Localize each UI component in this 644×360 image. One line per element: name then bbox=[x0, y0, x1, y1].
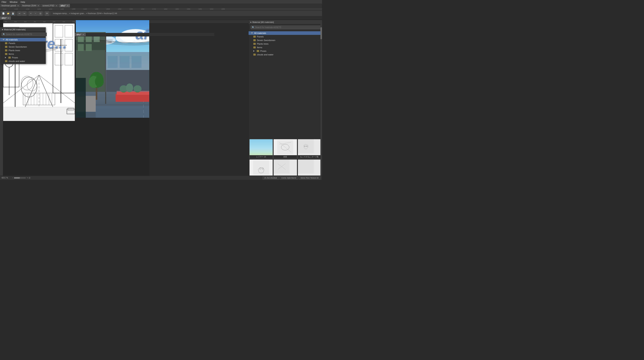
zoom-slider-thumb[interactable] bbox=[14, 177, 20, 178]
svg-rect-108 bbox=[298, 139, 314, 153]
mat-clouds-left[interactable]: clouds and water bbox=[0, 59, 46, 63]
tab-close-3[interactable]: ✕ bbox=[67, 5, 68, 7]
ruler-bar: 10101140119012401290 1340139014401490154… bbox=[0, 8, 322, 11]
main-toolbar: 📄 📁 💾 ↩ ↪ + − ⊡ ⟳ instagram-temp... » in… bbox=[0, 11, 322, 16]
tree-expand-poses bbox=[253, 50, 256, 52]
mat-poses[interactable]: Poses bbox=[248, 49, 322, 53]
strip-comic-barrel[interactable]: Comic Style Barrel bbox=[280, 176, 298, 179]
folder-icon-panels-left bbox=[5, 42, 7, 44]
tool-zoom-out[interactable]: − bbox=[34, 11, 38, 16]
search-input-main[interactable] bbox=[255, 26, 321, 29]
search-bar-left[interactable]: 🔍 bbox=[2, 33, 47, 36]
strip-dr-choi[interactable]: dr choi shocked bbox=[263, 176, 279, 179]
menu-help[interactable]: Help bbox=[21, 1, 25, 3]
tab-alley[interactable]: alley* ✕ bbox=[59, 4, 70, 7]
tab-close-0[interactable]: ✕ bbox=[17, 5, 19, 7]
material-panel-header-left: ◈ Material [All materials] bbox=[0, 28, 46, 32]
mat-plants-left[interactable]: Plants trees bbox=[0, 49, 46, 52]
thumb-img-neko1 bbox=[298, 139, 321, 155]
mat-items[interactable]: Items bbox=[248, 46, 322, 49]
canvas-tab-alley[interactable]: alley* ✕ bbox=[75, 33, 86, 36]
mat-items-left[interactable]: Items bbox=[0, 52, 46, 56]
folder-icon-panels bbox=[253, 36, 256, 38]
tab-freshman-grandi[interactable]: freshman grandi ✕ bbox=[0, 4, 21, 7]
tool-zoom-in[interactable]: + bbox=[29, 11, 33, 16]
thumb-label-neko1: ねこ3-10-ねこポーズ集 bbox=[298, 155, 321, 158]
mat-clouds[interactable]: clouds and water bbox=[248, 53, 322, 56]
tab-close-2[interactable]: ✕ bbox=[56, 5, 57, 7]
tab-close-1[interactable]: ✕ bbox=[38, 5, 39, 7]
tool-redo[interactable]: ↪ bbox=[22, 11, 26, 16]
svg-point-82 bbox=[95, 76, 104, 87]
panel-scrollbar[interactable] bbox=[320, 23, 322, 180]
folder-icon-poses bbox=[257, 50, 259, 52]
material-panel-header: ◈ Material [All materials] bbox=[248, 20, 322, 24]
tool-new[interactable]: 📄 bbox=[1, 11, 6, 16]
thumb-layer10[interactable]: レイヤー 10 bbox=[249, 139, 273, 159]
thumb-neko1[interactable]: ねこ3-10-ねこポーズ集 bbox=[298, 139, 321, 159]
tool-rotate[interactable]: ⟳ bbox=[45, 11, 49, 16]
zoom-level: 68.6 % bbox=[2, 177, 8, 179]
svg-rect-117 bbox=[298, 159, 314, 173]
thumb-blank-2 bbox=[274, 159, 297, 175]
tool-save[interactable]: 💾 bbox=[11, 11, 15, 16]
material-panel-left: ◈ Material [All materials] 🔍 All materia… bbox=[0, 27, 46, 64]
canvas-alley-tab-bar: alley* ✕ bbox=[75, 33, 214, 37]
svg-rect-40 bbox=[3, 107, 75, 121]
svg-rect-102 bbox=[76, 78, 86, 118]
folder-icon-seven-left bbox=[5, 46, 7, 48]
search-input-left[interactable] bbox=[6, 33, 45, 36]
menu-window[interactable]: Window bbox=[10, 1, 17, 3]
thumb-sketch-img bbox=[274, 139, 297, 155]
mat-plants[interactable]: Plants trees bbox=[248, 42, 322, 46]
tool-fit[interactable]: ⊡ bbox=[38, 11, 42, 16]
tree-expand-left bbox=[2, 39, 4, 40]
zoom-plus-btn[interactable]: + bbox=[27, 177, 28, 179]
mat-panels[interactable]: Panels bbox=[248, 35, 322, 39]
canvas-tab-close[interactable]: ✕ bbox=[82, 34, 84, 36]
tab-screen1[interactable]: screen1.PSD ✕ bbox=[41, 4, 59, 7]
material-tree-main: All materials Panels Seven Swordsmen Pla… bbox=[248, 31, 322, 138]
mat-poses-left[interactable]: Poses bbox=[0, 56, 46, 59]
mat-all-materials-left[interactable]: All materials bbox=[0, 38, 46, 42]
thumbnail-section: レイヤー 10 緑葉 bbox=[248, 138, 322, 180]
tab-bar: freshman grandi ✕ freshman 25/44 ✕ scree… bbox=[0, 4, 322, 8]
svg-rect-74 bbox=[116, 94, 149, 102]
tab-alley-secondary[interactable]: alley* ✕ bbox=[0, 16, 11, 20]
folder-icon-clouds-left bbox=[5, 60, 7, 62]
thumb-sky-img bbox=[250, 139, 273, 155]
search-bar-main[interactable]: 🔍 bbox=[250, 26, 322, 29]
thumb-img-ryokuyo bbox=[274, 139, 297, 155]
ruler-numbers: 10101140119012401290 1340139014401490154… bbox=[3, 8, 225, 10]
mat-all-materials[interactable]: All materials bbox=[248, 31, 322, 35]
folder-icon-items-left bbox=[5, 53, 7, 55]
toolbar-sep-2 bbox=[28, 12, 28, 15]
thumb-ryokuyo[interactable]: 緑葉 bbox=[274, 139, 297, 159]
search-icon-main: 🔍 bbox=[252, 26, 254, 29]
svg-point-109 bbox=[304, 146, 306, 147]
svg-point-110 bbox=[306, 146, 308, 147]
status-bar: 68.6 % − + ⊡ dr choi shocked Comic Style… bbox=[0, 175, 322, 180]
mat-seven[interactable]: Seven Swordsmen bbox=[248, 39, 322, 42]
tool-open[interactable]: 📁 bbox=[6, 11, 10, 16]
scroll-thumb[interactable] bbox=[320, 27, 322, 39]
thumb-label-ryokuyo: 緑葉 bbox=[274, 155, 297, 158]
svg-rect-100 bbox=[132, 56, 142, 68]
fit-btn[interactable]: ⊡ bbox=[29, 177, 30, 179]
mat-seven-left[interactable]: Seven Swordsmen bbox=[0, 45, 46, 49]
right-materials-panel: ◈ Material [All materials] 🔍 All materia… bbox=[248, 20, 322, 180]
zoom-minus-btn[interactable]: − bbox=[12, 177, 13, 179]
menu-filter[interactable]: Filter bbox=[2, 1, 6, 3]
folder-icon-plants bbox=[253, 43, 256, 45]
thumb-blank-3 bbox=[298, 159, 321, 175]
thumb-label-layer10: レイヤー 10 bbox=[250, 155, 273, 158]
thumb-row-1: レイヤー 10 緑葉 bbox=[249, 139, 321, 159]
folder-icon-seven bbox=[253, 39, 256, 41]
thumb-img-neko7 bbox=[274, 159, 297, 175]
tab-freshman-25[interactable]: freshman 25/44 ✕ bbox=[21, 4, 41, 7]
toolbar-sep-1 bbox=[16, 12, 16, 15]
mat-panels-left[interactable]: Panels bbox=[0, 42, 46, 45]
tool-undo[interactable]: ↩ bbox=[17, 11, 22, 16]
tab-close-alley[interactable]: ✕ bbox=[8, 17, 9, 19]
strip-stone-floor[interactable]: Stone Floor Texture 02 bbox=[299, 176, 320, 179]
